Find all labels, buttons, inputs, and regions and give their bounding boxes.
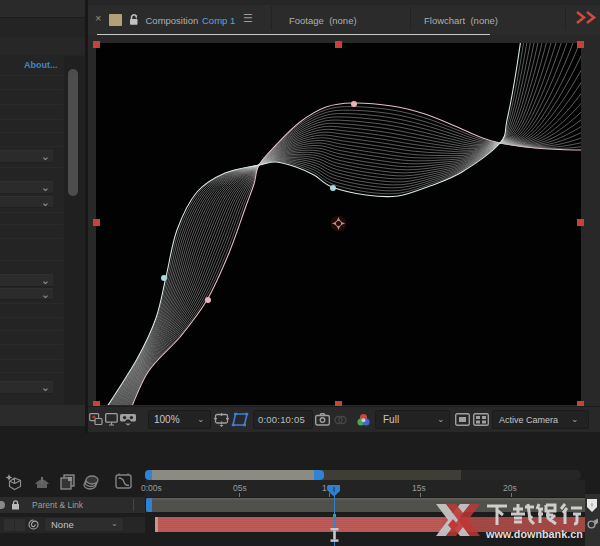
svg-text:www.downbank.cn: www.downbank.cn: [485, 528, 583, 540]
